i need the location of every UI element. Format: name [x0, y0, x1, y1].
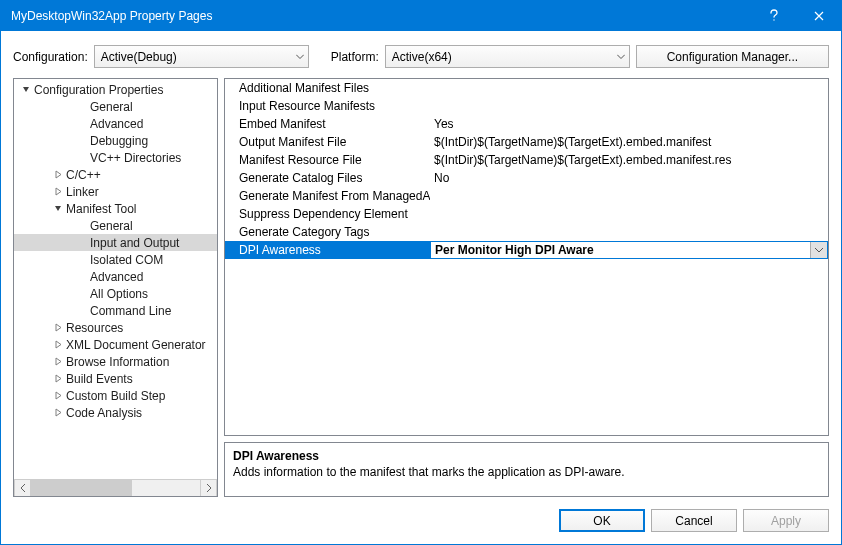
tree-item[interactable]: Code Analysis [14, 404, 217, 421]
dropdown-button[interactable] [810, 242, 827, 258]
tree-item[interactable]: General [14, 217, 217, 234]
property-value[interactable]: Per Monitor High DPI Aware [430, 241, 828, 259]
help-icon [769, 9, 779, 23]
expander-icon[interactable] [52, 169, 64, 181]
expander-icon[interactable] [52, 390, 64, 402]
property-name: Embed Manifest [225, 117, 430, 131]
tree-item[interactable]: Isolated COM [14, 251, 217, 268]
property-value[interactable]: Yes [430, 117, 828, 131]
property-row[interactable]: Manifest Resource File$(IntDir)$(TargetN… [225, 151, 828, 169]
property-name: Output Manifest File [225, 135, 430, 149]
tree-item[interactable]: Manifest Tool [14, 200, 217, 217]
tree-item-label: Custom Build Step [66, 389, 165, 403]
tree-item-label: C/C++ [66, 168, 101, 182]
property-row[interactable]: Suppress Dependency Element [225, 205, 828, 223]
tree-item-label: Input and Output [90, 236, 179, 250]
tree-item[interactable]: All Options [14, 285, 217, 302]
tree-item-label: Configuration Properties [34, 83, 163, 97]
scroll-right-button[interactable] [200, 480, 217, 496]
property-name: Suppress Dependency Element [225, 207, 430, 221]
property-value[interactable]: No [430, 171, 828, 185]
tree-item[interactable]: Custom Build Step [14, 387, 217, 404]
property-name: Manifest Resource File [225, 153, 430, 167]
property-row[interactable]: Input Resource Manifests [225, 97, 828, 115]
tree-item[interactable]: Linker [14, 183, 217, 200]
tree-item[interactable]: C/C++ [14, 166, 217, 183]
property-name: Generate Category Tags [225, 225, 430, 239]
platform-value: Active(x64) [392, 50, 452, 64]
tree-item[interactable]: XML Document Generator [14, 336, 217, 353]
scroll-left-button[interactable] [14, 480, 31, 496]
property-row[interactable]: DPI AwarenessPer Monitor High DPI Aware [225, 241, 828, 259]
tree-item-label: Debugging [90, 134, 148, 148]
expander-icon [76, 305, 88, 317]
tree-item[interactable]: General [14, 98, 217, 115]
platform-label: Platform: [331, 50, 379, 64]
tree-root[interactable]: Configuration Properties [14, 81, 217, 98]
tree-item[interactable]: Advanced [14, 115, 217, 132]
expander-icon [76, 152, 88, 164]
tree-item[interactable]: Command Line [14, 302, 217, 319]
property-row[interactable]: Additional Manifest Files [225, 79, 828, 97]
close-icon [814, 11, 824, 21]
expander-icon[interactable] [52, 203, 64, 215]
tree-item[interactable]: Resources [14, 319, 217, 336]
dialog-footer: OK Cancel Apply [1, 497, 841, 544]
tree-item[interactable]: Debugging [14, 132, 217, 149]
expander-icon[interactable] [52, 322, 64, 334]
expander-icon [76, 237, 88, 249]
expander-icon[interactable] [52, 407, 64, 419]
tree-item-label: Advanced [90, 270, 143, 284]
tree-item[interactable]: Browse Information [14, 353, 217, 370]
ok-button[interactable]: OK [559, 509, 645, 532]
property-value[interactable]: $(IntDir)$(TargetName)$(TargetExt).embed… [430, 153, 828, 167]
chevron-down-icon [617, 54, 625, 59]
scroll-track[interactable] [31, 480, 200, 496]
tree-hscrollbar[interactable] [14, 479, 217, 496]
expander-icon[interactable] [52, 356, 64, 368]
close-button[interactable] [796, 1, 841, 31]
property-row[interactable]: Output Manifest File$(IntDir)$(TargetNam… [225, 133, 828, 151]
configuration-combo[interactable]: Active(Debug) [94, 45, 309, 68]
tree-item-label: All Options [90, 287, 148, 301]
tree-item[interactable]: VC++ Directories [14, 149, 217, 166]
property-value[interactable]: $(IntDir)$(TargetName)$(TargetExt).embed… [430, 135, 828, 149]
tree-item-label: Command Line [90, 304, 171, 318]
expander-icon [76, 220, 88, 232]
description-panel: DPI Awareness Adds information to the ma… [224, 442, 829, 497]
config-tree[interactable]: Configuration PropertiesGeneralAdvancedD… [14, 79, 217, 479]
tree-item[interactable]: Advanced [14, 268, 217, 285]
property-row[interactable]: Generate Catalog FilesNo [225, 169, 828, 187]
expander-icon [76, 254, 88, 266]
expander-icon[interactable] [52, 373, 64, 385]
property-row[interactable]: Generate Manifest From ManagedAssembly [225, 187, 828, 205]
apply-button[interactable]: Apply [743, 509, 829, 532]
platform-combo[interactable]: Active(x64) [385, 45, 630, 68]
expander-icon[interactable] [20, 84, 32, 96]
property-name: DPI Awareness [225, 243, 430, 257]
configuration-manager-button[interactable]: Configuration Manager... [636, 45, 829, 68]
tree-item[interactable]: Input and Output [14, 234, 217, 251]
expander-icon[interactable] [52, 339, 64, 351]
property-row[interactable]: Embed ManifestYes [225, 115, 828, 133]
help-button[interactable] [751, 1, 796, 31]
tree-item-label: XML Document Generator [66, 338, 206, 352]
configuration-value: Active(Debug) [101, 50, 177, 64]
tree-panel: Configuration PropertiesGeneralAdvancedD… [13, 78, 218, 497]
tree-item-label: Isolated COM [90, 253, 163, 267]
property-grid[interactable]: Additional Manifest FilesInput Resource … [224, 78, 829, 436]
expander-icon [76, 101, 88, 113]
tree-item-label: Build Events [66, 372, 133, 386]
expander-icon [76, 135, 88, 147]
property-row[interactable]: Generate Category Tags [225, 223, 828, 241]
content-area: Configuration PropertiesGeneralAdvancedD… [1, 78, 841, 497]
tree-item-label: Browse Information [66, 355, 169, 369]
scroll-thumb[interactable] [31, 480, 132, 496]
tree-item-label: Advanced [90, 117, 143, 131]
titlebar: MyDesktopWin32App Property Pages [1, 1, 841, 31]
cancel-button[interactable]: Cancel [651, 509, 737, 532]
tree-item[interactable]: Build Events [14, 370, 217, 387]
expander-icon [76, 271, 88, 283]
expander-icon[interactable] [52, 186, 64, 198]
description-title: DPI Awareness [233, 449, 820, 463]
